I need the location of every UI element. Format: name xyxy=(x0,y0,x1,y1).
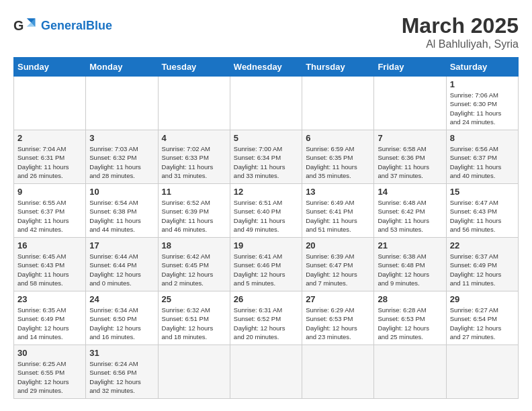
day-number: 12 xyxy=(234,187,298,197)
day-number: 30 xyxy=(17,348,82,358)
day-number: 28 xyxy=(378,294,442,304)
calendar-cell: 14Sunrise: 6:48 AM Sunset: 6:42 PM Dayli… xyxy=(374,184,446,238)
day-number: 16 xyxy=(17,240,82,250)
day-info: Sunrise: 7:02 AM Sunset: 6:33 PM Dayligh… xyxy=(162,144,226,180)
day-number: 18 xyxy=(162,240,226,250)
calendar-cell: 6Sunrise: 6:59 AM Sunset: 6:35 PM Daylig… xyxy=(302,130,374,184)
week-row-5: 23Sunrise: 6:35 AM Sunset: 6:49 PM Dayli… xyxy=(14,291,519,345)
day-info: Sunrise: 6:56 AM Sunset: 6:37 PM Dayligh… xyxy=(450,144,515,180)
day-number: 15 xyxy=(450,187,515,197)
calendar-cell: 11Sunrise: 6:52 AM Sunset: 6:39 PM Dayli… xyxy=(158,184,230,238)
calendar-cell: 28Sunrise: 6:28 AM Sunset: 6:53 PM Dayli… xyxy=(374,291,446,345)
day-info: Sunrise: 6:31 AM Sunset: 6:52 PM Dayligh… xyxy=(234,306,298,341)
day-info: Sunrise: 6:54 AM Sunset: 6:38 PM Dayligh… xyxy=(89,198,154,234)
day-number: 24 xyxy=(89,294,154,304)
calendar-cell: 10Sunrise: 6:54 AM Sunset: 6:38 PM Dayli… xyxy=(86,184,158,238)
title-block: March 2025 Al Bahluliyah, Syria xyxy=(402,13,519,50)
day-number: 5 xyxy=(234,133,298,143)
calendar-cell: 5Sunrise: 7:00 AM Sunset: 6:34 PM Daylig… xyxy=(230,130,302,184)
calendar-cell: 18Sunrise: 6:42 AM Sunset: 6:45 PM Dayli… xyxy=(158,238,230,291)
day-number: 2 xyxy=(17,133,82,143)
day-number: 3 xyxy=(89,133,154,143)
calendar-cell xyxy=(86,77,158,130)
day-info: Sunrise: 6:52 AM Sunset: 6:39 PM Dayligh… xyxy=(162,198,226,234)
day-info: Sunrise: 6:38 AM Sunset: 6:48 PM Dayligh… xyxy=(378,252,442,287)
day-number: 1 xyxy=(450,79,515,89)
calendar-cell: 25Sunrise: 6:32 AM Sunset: 6:51 PM Dayli… xyxy=(158,291,230,345)
week-row-2: 2Sunrise: 7:04 AM Sunset: 6:31 PM Daylig… xyxy=(14,130,519,184)
day-number: 26 xyxy=(234,294,298,304)
day-number: 19 xyxy=(234,240,298,250)
calendar-cell: 2Sunrise: 7:04 AM Sunset: 6:31 PM Daylig… xyxy=(14,130,86,184)
logo-text: GeneralBlue xyxy=(41,19,112,33)
day-info: Sunrise: 6:48 AM Sunset: 6:42 PM Dayligh… xyxy=(378,198,442,234)
week-row-1: 1Sunrise: 7:06 AM Sunset: 6:30 PM Daylig… xyxy=(14,77,519,130)
header: G GeneralBlue March 2025 Al Bahluliyah, … xyxy=(13,13,519,50)
day-number: 29 xyxy=(450,294,515,304)
day-info: Sunrise: 6:28 AM Sunset: 6:53 PM Dayligh… xyxy=(378,306,442,341)
week-row-3: 9Sunrise: 6:55 AM Sunset: 6:37 PM Daylig… xyxy=(14,184,519,238)
day-number: 4 xyxy=(162,133,226,143)
day-info: Sunrise: 6:32 AM Sunset: 6:51 PM Dayligh… xyxy=(162,306,226,341)
day-info: Sunrise: 6:58 AM Sunset: 6:36 PM Dayligh… xyxy=(378,144,442,180)
day-number: 20 xyxy=(306,240,370,250)
calendar-cell: 7Sunrise: 6:58 AM Sunset: 6:36 PM Daylig… xyxy=(374,130,446,184)
day-info: Sunrise: 6:39 AM Sunset: 6:47 PM Dayligh… xyxy=(306,252,370,287)
day-info: Sunrise: 6:27 AM Sunset: 6:54 PM Dayligh… xyxy=(450,306,515,341)
calendar-cell: 22Sunrise: 6:37 AM Sunset: 6:49 PM Dayli… xyxy=(446,238,518,291)
day-number: 11 xyxy=(162,187,226,197)
day-number: 22 xyxy=(450,240,515,250)
calendar-cell xyxy=(158,77,230,130)
calendar-cell: 8Sunrise: 6:56 AM Sunset: 6:37 PM Daylig… xyxy=(446,130,518,184)
calendar-cell: 17Sunrise: 6:44 AM Sunset: 6:44 PM Dayli… xyxy=(86,238,158,291)
calendar-cell xyxy=(374,77,446,130)
day-number: 8 xyxy=(450,133,515,143)
day-info: Sunrise: 6:25 AM Sunset: 6:55 PM Dayligh… xyxy=(17,359,82,395)
calendar-cell xyxy=(446,345,518,399)
weekday-saturday: Saturday xyxy=(446,58,518,77)
day-info: Sunrise: 6:35 AM Sunset: 6:49 PM Dayligh… xyxy=(17,306,82,341)
month-title: March 2025 xyxy=(402,13,519,38)
day-number: 6 xyxy=(306,133,370,143)
calendar-cell: 3Sunrise: 7:03 AM Sunset: 6:32 PM Daylig… xyxy=(86,130,158,184)
calendar-cell: 9Sunrise: 6:55 AM Sunset: 6:37 PM Daylig… xyxy=(14,184,86,238)
day-info: Sunrise: 6:47 AM Sunset: 6:43 PM Dayligh… xyxy=(450,198,515,234)
day-info: Sunrise: 7:04 AM Sunset: 6:31 PM Dayligh… xyxy=(17,144,82,180)
day-info: Sunrise: 7:03 AM Sunset: 6:32 PM Dayligh… xyxy=(89,144,154,180)
calendar-table: SundayMondayTuesdayWednesdayThursdayFrid… xyxy=(13,57,519,399)
logo-blue: Blue xyxy=(86,19,112,32)
day-number: 23 xyxy=(17,294,82,304)
day-number: 9 xyxy=(17,187,82,197)
week-row-6: 30Sunrise: 6:25 AM Sunset: 6:55 PM Dayli… xyxy=(14,345,519,399)
calendar-cell: 4Sunrise: 7:02 AM Sunset: 6:33 PM Daylig… xyxy=(158,130,230,184)
calendar-cell: 29Sunrise: 6:27 AM Sunset: 6:54 PM Dayli… xyxy=(446,291,518,345)
calendar-cell xyxy=(302,77,374,130)
day-number: 21 xyxy=(378,240,442,250)
weekday-thursday: Thursday xyxy=(302,58,374,77)
day-info: Sunrise: 6:44 AM Sunset: 6:44 PM Dayligh… xyxy=(89,252,154,287)
day-number: 7 xyxy=(378,133,442,143)
day-info: Sunrise: 6:41 AM Sunset: 6:46 PM Dayligh… xyxy=(234,252,298,287)
logo-general: General xyxy=(41,19,86,32)
calendar-container: G GeneralBlue March 2025 Al Bahluliyah, … xyxy=(0,0,532,411)
day-info: Sunrise: 6:55 AM Sunset: 6:37 PM Dayligh… xyxy=(17,198,82,234)
day-number: 13 xyxy=(306,187,370,197)
week-row-4: 16Sunrise: 6:45 AM Sunset: 6:43 PM Dayli… xyxy=(14,238,519,291)
day-info: Sunrise: 6:34 AM Sunset: 6:50 PM Dayligh… xyxy=(89,306,154,341)
calendar-cell: 19Sunrise: 6:41 AM Sunset: 6:46 PM Dayli… xyxy=(230,238,302,291)
calendar-cell xyxy=(230,77,302,130)
day-info: Sunrise: 6:37 AM Sunset: 6:49 PM Dayligh… xyxy=(450,252,515,287)
calendar-cell: 15Sunrise: 6:47 AM Sunset: 6:43 PM Dayli… xyxy=(446,184,518,238)
day-number: 10 xyxy=(89,187,154,197)
svg-text:G: G xyxy=(13,18,24,33)
day-info: Sunrise: 6:49 AM Sunset: 6:41 PM Dayligh… xyxy=(306,198,370,234)
calendar-cell: 21Sunrise: 6:38 AM Sunset: 6:48 PM Dayli… xyxy=(374,238,446,291)
calendar-cell xyxy=(14,77,86,130)
day-info: Sunrise: 6:24 AM Sunset: 6:56 PM Dayligh… xyxy=(89,359,154,395)
day-info: Sunrise: 6:42 AM Sunset: 6:45 PM Dayligh… xyxy=(162,252,226,287)
calendar-cell: 31Sunrise: 6:24 AM Sunset: 6:56 PM Dayli… xyxy=(86,345,158,399)
day-number: 27 xyxy=(306,294,370,304)
day-number: 31 xyxy=(89,348,154,358)
calendar-cell: 12Sunrise: 6:51 AM Sunset: 6:40 PM Dayli… xyxy=(230,184,302,238)
calendar-cell: 24Sunrise: 6:34 AM Sunset: 6:50 PM Dayli… xyxy=(86,291,158,345)
